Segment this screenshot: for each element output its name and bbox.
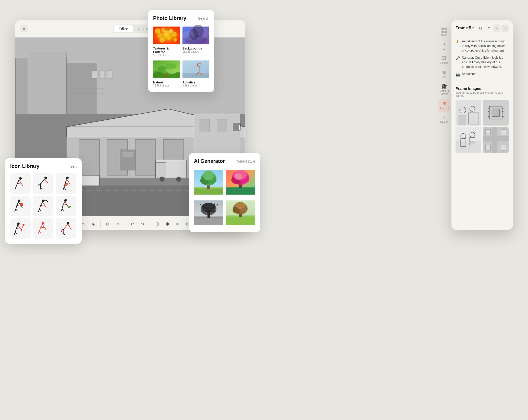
- icon-run9[interactable]: [56, 218, 76, 239]
- sidebar-item-upload[interactable]: ↑ Upload: [438, 113, 451, 126]
- svg-point-80: [167, 35, 171, 40]
- flip-h-tool[interactable]: ⬡: [153, 220, 161, 228]
- svg-rect-130: [194, 217, 223, 225]
- svg-point-77: [164, 30, 169, 36]
- ai-images-grid: [194, 168, 255, 227]
- svg-point-103: [44, 177, 47, 179]
- flip-v-tool[interactable]: ⬢: [163, 220, 171, 228]
- sidebar-item-frames[interactable]: ⊞ Frames: [438, 99, 451, 112]
- ai-generator-style-btn[interactable]: Select style: [237, 159, 255, 163]
- tab-editor[interactable]: Editor: [114, 25, 133, 32]
- photo-card-nature[interactable]: Nature 26,869 photos: [153, 59, 180, 87]
- icon-run8[interactable]: [33, 218, 53, 239]
- ai-generator-title: AI Generator: [194, 158, 225, 164]
- frame-thumb-2[interactable]: [483, 100, 509, 126]
- svg-rect-71: [485, 145, 490, 150]
- icons-grid: [10, 173, 77, 239]
- svg-point-109: [17, 223, 20, 225]
- note-item-camera: 📷 Aerial shot: [456, 72, 509, 77]
- icon-run5[interactable]: [33, 196, 53, 216]
- svg-rect-106: [20, 203, 23, 206]
- svg-rect-33: [107, 71, 112, 78]
- eraser-tool[interactable]: ◈: [89, 220, 97, 228]
- frame-thumb-4[interactable]: [483, 127, 509, 153]
- svg-point-142: [202, 203, 215, 213]
- svg-rect-94: [182, 73, 209, 78]
- ai-image-tree4[interactable]: [226, 199, 255, 227]
- frame-dropdown-icon[interactable]: ▾: [472, 26, 474, 30]
- icons-grid-icon: [441, 28, 447, 33]
- expand-canvas-button[interactable]: →|: [233, 123, 241, 131]
- crop-tool[interactable]: ⌗: [174, 220, 182, 228]
- icon-library-insert-btn[interactable]: Insert: [68, 164, 77, 168]
- close-button[interactable]: ×: [20, 25, 28, 32]
- athletics-count: 2,489 photos: [182, 84, 209, 87]
- right-panel: Frame 5 ▾ ⊟ ≡ ‹ › 🏃 Aerial view of the m…: [451, 20, 513, 230]
- svg-rect-65: [470, 141, 475, 144]
- icon-run7[interactable]: [10, 218, 31, 239]
- icon-run1[interactable]: [10, 173, 31, 194]
- sidebar-tools: Icons ✦ AI 🖼 Photos ▣ BG 🎥 CameraMoves ⊞…: [438, 26, 451, 126]
- textures-title: Textures & Patterns: [153, 47, 180, 54]
- ai-image-tree3[interactable]: [194, 199, 223, 227]
- undo-button[interactable]: ↩: [128, 220, 137, 228]
- camera-note-icon: 📷: [456, 72, 460, 77]
- svg-point-112: [67, 222, 69, 225]
- sidebar-item-ai[interactable]: ✦ AI: [438, 40, 451, 53]
- redo-button[interactable]: ↪: [139, 220, 147, 228]
- sidebar-item-photos[interactable]: 🖼 Photos: [438, 54, 451, 66]
- backgrounds-title: Backgrounds: [182, 47, 209, 50]
- frame-thumb-1[interactable]: [456, 100, 481, 126]
- sidebar-upload-label: Upload: [440, 121, 448, 123]
- photo-library-search-btn[interactable]: Search: [198, 16, 209, 20]
- icon-run6[interactable]: [56, 196, 76, 216]
- photo-card-backgrounds[interactable]: Backgrounds 13,125 photos: [182, 25, 209, 57]
- text-view-btn[interactable]: ≡: [485, 24, 492, 32]
- prev-frame-btn[interactable]: ‹: [493, 24, 500, 32]
- icon-run3[interactable]: [56, 173, 76, 194]
- svg-rect-70: [501, 130, 506, 135]
- photo-card-textures[interactable]: Textures & Patterns 15,979 photos: [153, 25, 180, 57]
- svg-point-102: [19, 177, 22, 180]
- svg-rect-41: [122, 152, 133, 157]
- frame-images-grid: [456, 100, 509, 153]
- shape-tool[interactable]: ⊃: [114, 220, 122, 228]
- ai-image-tree1[interactable]: [194, 168, 223, 196]
- sidebar-item-icons[interactable]: Icons: [438, 26, 451, 39]
- image-x-tool[interactable]: ⊠: [104, 220, 112, 228]
- svg-rect-32: [100, 71, 105, 78]
- photo-card-athletics[interactable]: Athletics 2,489 photos: [182, 59, 209, 87]
- photo-grid: Textures & Patterns 15,979 photos: [153, 25, 209, 87]
- textures-count: 15,979 photos: [153, 54, 180, 57]
- nature-title: Nature: [153, 81, 180, 84]
- ai-generator-panel: AI Generator Select style: [189, 153, 260, 232]
- svg-point-74: [155, 28, 160, 34]
- sidebar-item-camera[interactable]: 🎥 CameraMoves: [438, 81, 451, 98]
- frame-thumb-3[interactable]: [456, 127, 481, 153]
- icon-library-header: Icon Library Insert: [10, 163, 77, 169]
- svg-point-88: [189, 29, 198, 40]
- svg-rect-69: [485, 130, 490, 135]
- next-frame-btn[interactable]: ›: [501, 24, 509, 32]
- icon-library-panel: Icon Library Insert: [5, 158, 82, 244]
- right-panel-header: Frame 5 ▾ ⊟ ≡ ‹ ›: [451, 20, 513, 36]
- note-item-narration: 🎤 Narrator: Our efficient logistics ensu…: [456, 55, 509, 69]
- icon-run2[interactable]: [33, 173, 53, 194]
- note-narration-text: Narrator: Our efficient logistics ensure…: [462, 55, 509, 69]
- photos-icon: 🖼: [442, 56, 447, 61]
- svg-point-78: [169, 29, 173, 33]
- svg-point-105: [18, 200, 20, 202]
- svg-point-151: [236, 202, 245, 209]
- svg-rect-10: [135, 140, 156, 175]
- ai-image-tree2[interactable]: [226, 168, 255, 196]
- svg-point-76: [157, 33, 162, 38]
- image-view-btn[interactable]: ⊟: [477, 24, 484, 32]
- action-icon: 🏃: [456, 39, 460, 53]
- frame-title: Frame 5 ▾: [456, 26, 474, 30]
- narration-icon: 🎤: [456, 56, 460, 69]
- note-action-text: Aerial view of the manufacturing facilit…: [462, 39, 509, 53]
- bg-icon: ▣: [442, 69, 447, 75]
- icon-run4[interactable]: [10, 196, 31, 216]
- sidebar-item-bg[interactable]: ▣ BG: [438, 67, 451, 80]
- sidebar-ai-label: AI: [443, 48, 445, 51]
